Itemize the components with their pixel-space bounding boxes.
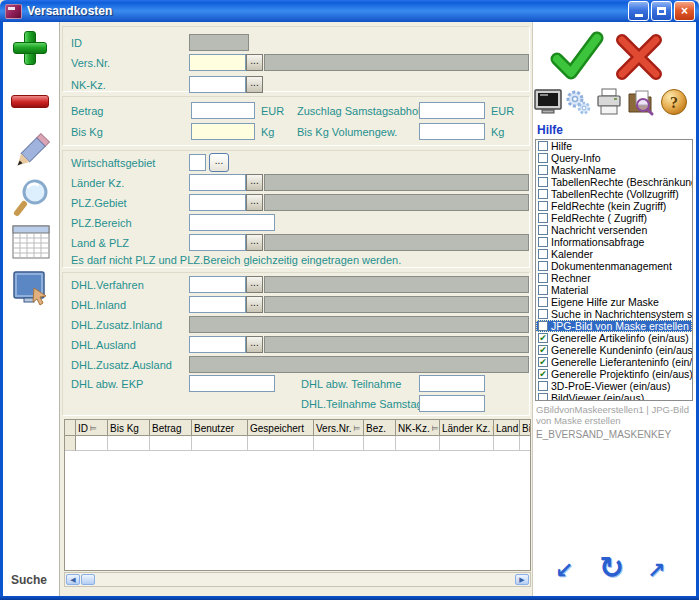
dhl-abw-ekp-input[interactable]	[189, 375, 275, 392]
help-list-item[interactable]: Dokumentenmanagement	[536, 260, 692, 272]
help-list-item[interactable]: ✔Generelle Lieferanteninfo (ein/aus)	[536, 356, 692, 368]
checkbox-icon[interactable]	[538, 261, 548, 271]
column-header[interactable]: Land	[494, 420, 520, 436]
row-selector-cell[interactable]	[65, 436, 76, 451]
table-cell[interactable]	[364, 436, 396, 451]
checkbox-icon[interactable]	[538, 381, 548, 391]
table-data-row[interactable]	[65, 436, 530, 451]
table-cell[interactable]	[192, 436, 248, 451]
checkbox-icon[interactable]	[538, 393, 548, 401]
dhl-inland-input[interactable]	[189, 296, 246, 313]
scroll-right-button[interactable]: ▶	[515, 574, 529, 585]
laender-kz-input[interactable]	[189, 174, 246, 191]
column-header[interactable]: Benutzer	[192, 420, 248, 436]
help-list-item[interactable]: Rechner	[536, 272, 692, 284]
help-list-item[interactable]: 3D-ProE-Viewer (ein/aus)	[536, 380, 692, 392]
column-header[interactable]: Bis K	[520, 420, 531, 436]
betrag-input[interactable]	[191, 102, 255, 119]
vers-nr-input[interactable]	[189, 54, 246, 71]
checkbox-icon[interactable]: ✔	[538, 333, 548, 343]
checkbox-icon[interactable]	[538, 201, 548, 211]
maximize-button[interactable]	[651, 1, 672, 21]
checkbox-icon[interactable]	[538, 321, 548, 331]
print-button[interactable]	[595, 88, 623, 116]
column-header[interactable]: Vers.Nr.⊨	[314, 420, 364, 436]
checkbox-icon[interactable]: ✔	[538, 345, 548, 355]
help-list-item[interactable]: MaskenName	[536, 164, 692, 176]
checkbox-icon[interactable]	[538, 273, 548, 283]
help-list-item[interactable]: TabellenRechte (Beschränkung)	[536, 176, 692, 188]
zuschlag-input[interactable]	[419, 102, 485, 119]
help-list-item[interactable]: ✔Generelle Projektinfo (ein/aus)	[536, 368, 692, 380]
checkbox-icon[interactable]	[538, 153, 548, 163]
dhl-abw-teilnahme-input[interactable]	[419, 375, 485, 392]
column-header[interactable]: Länder Kz.⊨	[440, 420, 494, 436]
column-header[interactable]: ID⊨	[76, 420, 108, 436]
screenshot-button[interactable]	[534, 88, 562, 116]
help-list-item[interactable]: Query-Info	[536, 152, 692, 164]
bis-kg-vol-input[interactable]	[419, 123, 485, 140]
help-list-item[interactable]: TabellenRechte (Vollzugriff)	[536, 188, 692, 200]
column-header[interactable]: NK-Kz.⊨	[396, 420, 440, 436]
settings-button[interactable]	[564, 88, 592, 116]
wirtschaftsgebiet-input[interactable]	[189, 154, 206, 171]
nk-kz-input[interactable]	[189, 76, 246, 93]
table-cell[interactable]	[248, 436, 314, 451]
help-list-item[interactable]: FeldRechte ( Zugriff)	[536, 212, 692, 224]
help-list-item[interactable]: Suche in Nachrichtensystem speich	[536, 308, 692, 320]
ok-button[interactable]	[547, 27, 605, 85]
checkbox-icon[interactable]: ✔	[538, 369, 548, 379]
nav-forward-button[interactable]: ↗	[647, 558, 665, 584]
scroll-left-button[interactable]: ◀	[66, 574, 80, 585]
nav-back-button[interactable]: ↙	[555, 558, 573, 584]
table-cell[interactable]	[150, 436, 192, 451]
help-list-item[interactable]: BildViewer (ein/aus)	[536, 392, 692, 401]
table-cell[interactable]	[494, 436, 520, 451]
table-cell[interactable]	[76, 436, 108, 451]
dhl-inland-lookup-button[interactable]: ...	[246, 296, 263, 313]
table-cell[interactable]	[108, 436, 150, 451]
search-button[interactable]	[11, 177, 51, 221]
delete-button[interactable]	[11, 95, 49, 108]
column-header[interactable]: Bez.	[364, 420, 396, 436]
column-header[interactable]: Bis Kg	[108, 420, 150, 436]
checkbox-icon[interactable]	[538, 297, 548, 307]
plz-gebiet-input[interactable]	[189, 194, 246, 211]
checkbox-icon[interactable]	[538, 249, 548, 259]
minimize-button[interactable]	[628, 1, 649, 21]
column-header[interactable]: Gespeichert	[248, 420, 314, 436]
land-plz-lookup-button[interactable]: ...	[246, 234, 263, 251]
vers-nr-lookup-button[interactable]: ...	[246, 54, 263, 71]
help-list-item[interactable]: Material	[536, 284, 692, 296]
close-button[interactable]: ×	[674, 1, 695, 21]
edit-button[interactable]	[11, 130, 51, 176]
checkbox-icon[interactable]	[538, 189, 548, 199]
column-header[interactable]: Betrag	[150, 420, 192, 436]
checkbox-icon[interactable]	[538, 213, 548, 223]
help-list-item[interactable]: JPG-Bild von Maske erstellen	[536, 320, 692, 332]
checkbox-icon[interactable]	[538, 141, 548, 151]
dhl-verfahren-lookup-button[interactable]: ...	[246, 276, 263, 293]
checkbox-icon[interactable]	[538, 309, 548, 319]
table-cell[interactable]	[520, 436, 531, 451]
dhl-ausland-input[interactable]	[189, 336, 246, 353]
dhl-teilnahme-samstag-input[interactable]	[419, 395, 485, 412]
laender-kz-lookup-button[interactable]: ...	[246, 174, 263, 191]
plz-bereich-input[interactable]	[189, 214, 275, 231]
checkbox-icon[interactable]	[538, 225, 548, 235]
help-button[interactable]: ?	[660, 88, 688, 116]
help-list-item[interactable]: Nachricht versenden	[536, 224, 692, 236]
help-list-item[interactable]: FeldRechte (kein Zugriff)	[536, 200, 692, 212]
table-horizontal-scrollbar[interactable]: ◀ ▶	[64, 572, 531, 587]
table-cell[interactable]	[314, 436, 364, 451]
add-button[interactable]	[13, 31, 47, 65]
bis-kg-input[interactable]	[191, 123, 255, 140]
select-screen-button[interactable]	[10, 270, 52, 312]
checkbox-icon[interactable]	[538, 177, 548, 187]
nk-kz-lookup-button[interactable]: ...	[246, 76, 263, 93]
table-cell[interactable]	[440, 436, 494, 451]
help-list-item[interactable]: ✔Generelle Artikelinfo (ein/aus)	[536, 332, 692, 344]
checkbox-icon[interactable]	[538, 237, 548, 247]
help-list-item[interactable]: Informationsabfrage	[536, 236, 692, 248]
scroll-thumb[interactable]	[81, 574, 95, 585]
